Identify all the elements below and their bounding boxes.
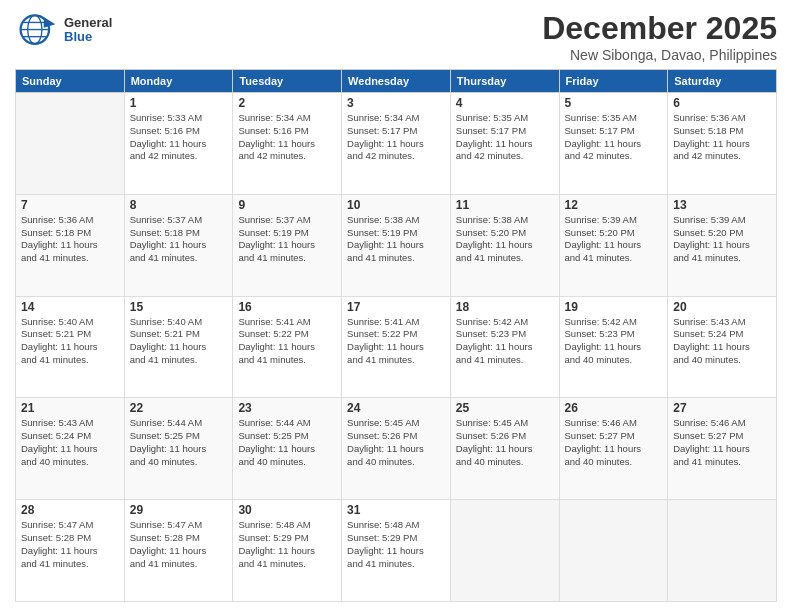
day-number: 4 (456, 96, 554, 110)
day-info: Sunrise: 5:42 AMSunset: 5:23 PMDaylight:… (565, 316, 663, 367)
week-row-4: 28Sunrise: 5:47 AMSunset: 5:28 PMDayligh… (16, 500, 777, 602)
day-info: Sunrise: 5:43 AMSunset: 5:24 PMDaylight:… (673, 316, 771, 367)
day-number: 9 (238, 198, 336, 212)
day-cell: 18Sunrise: 5:42 AMSunset: 5:23 PMDayligh… (450, 296, 559, 398)
day-number: 6 (673, 96, 771, 110)
day-cell: 22Sunrise: 5:44 AMSunset: 5:25 PMDayligh… (124, 398, 233, 500)
day-number: 27 (673, 401, 771, 415)
calendar-table: Sunday Monday Tuesday Wednesday Thursday… (15, 69, 777, 602)
day-info: Sunrise: 5:41 AMSunset: 5:22 PMDaylight:… (238, 316, 336, 367)
day-number: 20 (673, 300, 771, 314)
day-info: Sunrise: 5:44 AMSunset: 5:25 PMDaylight:… (238, 417, 336, 468)
day-cell (450, 500, 559, 602)
day-cell: 6Sunrise: 5:36 AMSunset: 5:18 PMDaylight… (668, 93, 777, 195)
day-info: Sunrise: 5:37 AMSunset: 5:19 PMDaylight:… (238, 214, 336, 265)
day-cell: 25Sunrise: 5:45 AMSunset: 5:26 PMDayligh… (450, 398, 559, 500)
day-info: Sunrise: 5:45 AMSunset: 5:26 PMDaylight:… (456, 417, 554, 468)
col-tuesday: Tuesday (233, 70, 342, 93)
week-row-1: 7Sunrise: 5:36 AMSunset: 5:18 PMDaylight… (16, 194, 777, 296)
day-cell: 3Sunrise: 5:34 AMSunset: 5:17 PMDaylight… (342, 93, 451, 195)
day-number: 13 (673, 198, 771, 212)
day-number: 17 (347, 300, 445, 314)
day-number: 8 (130, 198, 228, 212)
col-friday: Friday (559, 70, 668, 93)
col-thursday: Thursday (450, 70, 559, 93)
day-info: Sunrise: 5:35 AMSunset: 5:17 PMDaylight:… (565, 112, 663, 163)
day-number: 7 (21, 198, 119, 212)
day-cell: 30Sunrise: 5:48 AMSunset: 5:29 PMDayligh… (233, 500, 342, 602)
day-number: 29 (130, 503, 228, 517)
day-number: 5 (565, 96, 663, 110)
day-cell: 5Sunrise: 5:35 AMSunset: 5:17 PMDaylight… (559, 93, 668, 195)
day-cell: 29Sunrise: 5:47 AMSunset: 5:28 PMDayligh… (124, 500, 233, 602)
day-cell: 11Sunrise: 5:38 AMSunset: 5:20 PMDayligh… (450, 194, 559, 296)
day-cell: 4Sunrise: 5:35 AMSunset: 5:17 PMDaylight… (450, 93, 559, 195)
day-cell: 7Sunrise: 5:36 AMSunset: 5:18 PMDaylight… (16, 194, 125, 296)
week-row-3: 21Sunrise: 5:43 AMSunset: 5:24 PMDayligh… (16, 398, 777, 500)
day-number: 19 (565, 300, 663, 314)
day-cell (668, 500, 777, 602)
day-info: Sunrise: 5:34 AMSunset: 5:17 PMDaylight:… (347, 112, 445, 163)
logo-label: General Blue (64, 16, 112, 45)
day-cell: 1Sunrise: 5:33 AMSunset: 5:16 PMDaylight… (124, 93, 233, 195)
day-info: Sunrise: 5:33 AMSunset: 5:16 PMDaylight:… (130, 112, 228, 163)
day-number: 26 (565, 401, 663, 415)
day-number: 24 (347, 401, 445, 415)
day-info: Sunrise: 5:36 AMSunset: 5:18 PMDaylight:… (21, 214, 119, 265)
logo: General Blue (15, 10, 112, 50)
day-cell: 31Sunrise: 5:48 AMSunset: 5:29 PMDayligh… (342, 500, 451, 602)
day-info: Sunrise: 5:47 AMSunset: 5:28 PMDaylight:… (21, 519, 119, 570)
day-cell: 13Sunrise: 5:39 AMSunset: 5:20 PMDayligh… (668, 194, 777, 296)
day-cell: 17Sunrise: 5:41 AMSunset: 5:22 PMDayligh… (342, 296, 451, 398)
day-cell (16, 93, 125, 195)
col-wednesday: Wednesday (342, 70, 451, 93)
col-saturday: Saturday (668, 70, 777, 93)
logo-general-text: General (64, 16, 112, 30)
day-number: 12 (565, 198, 663, 212)
page: General Blue December 2025 New Sibonga, … (0, 0, 792, 612)
day-number: 14 (21, 300, 119, 314)
week-row-2: 14Sunrise: 5:40 AMSunset: 5:21 PMDayligh… (16, 296, 777, 398)
day-cell: 10Sunrise: 5:38 AMSunset: 5:19 PMDayligh… (342, 194, 451, 296)
day-cell: 12Sunrise: 5:39 AMSunset: 5:20 PMDayligh… (559, 194, 668, 296)
month-title: December 2025 (542, 10, 777, 47)
day-cell: 2Sunrise: 5:34 AMSunset: 5:16 PMDaylight… (233, 93, 342, 195)
day-cell: 23Sunrise: 5:44 AMSunset: 5:25 PMDayligh… (233, 398, 342, 500)
day-info: Sunrise: 5:37 AMSunset: 5:18 PMDaylight:… (130, 214, 228, 265)
day-info: Sunrise: 5:40 AMSunset: 5:21 PMDaylight:… (21, 316, 119, 367)
day-number: 21 (21, 401, 119, 415)
day-info: Sunrise: 5:40 AMSunset: 5:21 PMDaylight:… (130, 316, 228, 367)
header: General Blue December 2025 New Sibonga, … (15, 10, 777, 63)
day-cell: 15Sunrise: 5:40 AMSunset: 5:21 PMDayligh… (124, 296, 233, 398)
day-cell: 27Sunrise: 5:46 AMSunset: 5:27 PMDayligh… (668, 398, 777, 500)
day-number: 2 (238, 96, 336, 110)
day-cell (559, 500, 668, 602)
day-number: 15 (130, 300, 228, 314)
title-block: December 2025 New Sibonga, Davao, Philip… (542, 10, 777, 63)
day-number: 30 (238, 503, 336, 517)
day-info: Sunrise: 5:42 AMSunset: 5:23 PMDaylight:… (456, 316, 554, 367)
week-row-0: 1Sunrise: 5:33 AMSunset: 5:16 PMDaylight… (16, 93, 777, 195)
day-number: 11 (456, 198, 554, 212)
day-cell: 9Sunrise: 5:37 AMSunset: 5:19 PMDaylight… (233, 194, 342, 296)
day-number: 3 (347, 96, 445, 110)
day-info: Sunrise: 5:46 AMSunset: 5:27 PMDaylight:… (673, 417, 771, 468)
day-cell: 28Sunrise: 5:47 AMSunset: 5:28 PMDayligh… (16, 500, 125, 602)
day-number: 23 (238, 401, 336, 415)
day-cell: 21Sunrise: 5:43 AMSunset: 5:24 PMDayligh… (16, 398, 125, 500)
day-cell: 24Sunrise: 5:45 AMSunset: 5:26 PMDayligh… (342, 398, 451, 500)
col-monday: Monday (124, 70, 233, 93)
day-number: 10 (347, 198, 445, 212)
logo-icon (15, 10, 60, 50)
day-info: Sunrise: 5:48 AMSunset: 5:29 PMDaylight:… (347, 519, 445, 570)
col-sunday: Sunday (16, 70, 125, 93)
day-number: 31 (347, 503, 445, 517)
day-info: Sunrise: 5:47 AMSunset: 5:28 PMDaylight:… (130, 519, 228, 570)
day-info: Sunrise: 5:44 AMSunset: 5:25 PMDaylight:… (130, 417, 228, 468)
day-info: Sunrise: 5:34 AMSunset: 5:16 PMDaylight:… (238, 112, 336, 163)
day-info: Sunrise: 5:39 AMSunset: 5:20 PMDaylight:… (673, 214, 771, 265)
header-row: Sunday Monday Tuesday Wednesday Thursday… (16, 70, 777, 93)
location-subtitle: New Sibonga, Davao, Philippines (542, 47, 777, 63)
day-cell: 16Sunrise: 5:41 AMSunset: 5:22 PMDayligh… (233, 296, 342, 398)
day-cell: 20Sunrise: 5:43 AMSunset: 5:24 PMDayligh… (668, 296, 777, 398)
